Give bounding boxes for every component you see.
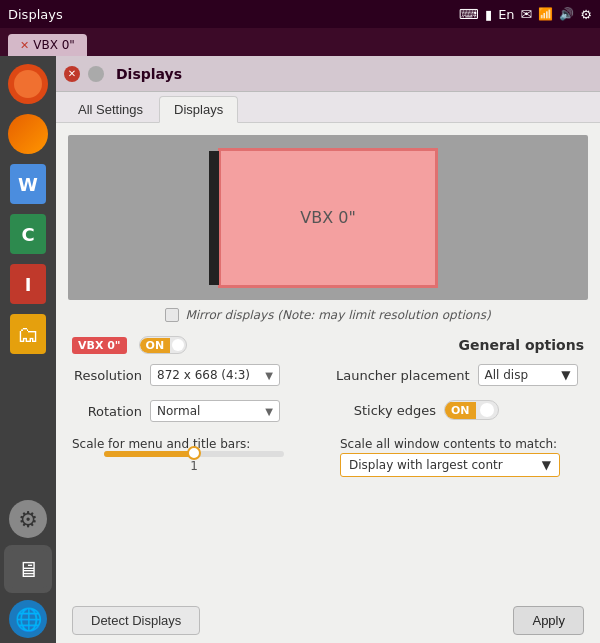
keyboard-icon[interactable]: ⌨: [459, 6, 479, 22]
slider-fill: [104, 451, 194, 457]
sidebar-item-globe[interactable]: 🌐: [4, 595, 52, 643]
launcher-group: Launcher placement All disp ▼: [336, 364, 584, 392]
slider-track[interactable]: [104, 451, 284, 457]
monitor-icon: 🖥: [9, 550, 47, 588]
controls-row-1: Resolution 872 x 668 (4:3) ▼ Launcher pl…: [72, 364, 584, 392]
controls-row-2: Rotation Normal ▼ Sticky edges ON: [72, 400, 584, 428]
battery-icon: ▮: [485, 7, 492, 22]
scale-menu-group: Scale for menu and title bars: 1: [72, 436, 316, 473]
impress-icon: I: [10, 264, 46, 304]
resolution-select[interactable]: 872 x 668 (4:3) ▼: [150, 364, 280, 386]
sidebar-item-impress[interactable]: I: [4, 260, 52, 308]
scale-window-group: Scale all window contents to match: Disp…: [340, 436, 584, 477]
resolution-group: Resolution 872 x 668 (4:3) ▼: [72, 364, 320, 392]
taskbar: Displays ⌨ ▮ En ✉ 📶 🔊 ⚙: [0, 0, 600, 28]
monitor-label: VBX 0": [300, 208, 356, 227]
power-icon[interactable]: ⚙: [580, 7, 592, 22]
window-tab[interactable]: ✕ VBX 0": [8, 34, 87, 56]
display-badge: VBX 0": [72, 337, 127, 354]
scale-window-arrow-icon: ▼: [542, 458, 551, 472]
rotation-row: Rotation Normal ▼: [72, 400, 320, 422]
resolution-row: Resolution 872 x 668 (4:3) ▼: [72, 364, 320, 386]
titlebar: ✕ Displays: [56, 56, 600, 92]
general-options-title: General options: [458, 337, 584, 353]
rotation-group: Rotation Normal ▼: [72, 400, 320, 428]
sidebar-item-files[interactable]: 🗂: [4, 310, 52, 358]
sidebar-item-firefox[interactable]: [4, 110, 52, 158]
display-preview-area: VBX 0": [68, 135, 588, 300]
settings-icon: ⚙: [9, 500, 47, 538]
window-tab-label: VBX 0": [33, 38, 75, 52]
titlebar-title: Displays: [116, 66, 182, 82]
taskbar-left: Displays: [8, 7, 63, 22]
launcher-row: Launcher placement All disp ▼: [336, 364, 584, 386]
ubuntu-icon: [8, 64, 48, 104]
window-minimize-button[interactable]: [88, 66, 104, 82]
firefox-icon: [8, 114, 48, 154]
slider-value: 1: [190, 459, 198, 473]
tab-close-icon[interactable]: ✕: [20, 39, 29, 52]
settings-tabs: All Settings Displays: [56, 92, 600, 123]
detect-displays-button[interactable]: Detect Displays: [72, 606, 200, 635]
launcher-arrow-icon: ▼: [561, 368, 570, 382]
writer-icon: W: [10, 164, 46, 204]
slider-container: 1: [72, 451, 316, 473]
sidebar-item-monitor[interactable]: 🖥: [4, 545, 52, 593]
tab-displays[interactable]: Displays: [159, 96, 238, 123]
main-window: W C I 🗂 ⚙ 🖥 🌐 ✕ Displays All Setti: [0, 56, 600, 643]
launcher-label: Launcher placement: [336, 368, 470, 383]
sidebar-item-writer[interactable]: W: [4, 160, 52, 208]
resolution-label: Resolution: [72, 368, 142, 383]
launcher-select[interactable]: All disp ▼: [478, 364, 578, 386]
mail-icon[interactable]: ✉: [521, 6, 533, 22]
mirror-checkbox[interactable]: [165, 308, 179, 322]
sidebar-item-calc[interactable]: C: [4, 210, 52, 258]
apply-button[interactable]: Apply: [513, 606, 584, 635]
mirror-row: Mirror displays (Note: may limit resolut…: [56, 308, 600, 322]
volume-icon[interactable]: 🔊: [559, 7, 574, 21]
sticky-edges-group: Sticky edges ON: [336, 400, 584, 426]
controls-row-3: Scale for menu and title bars: 1 Scale a…: [72, 436, 584, 477]
rotation-select[interactable]: Normal ▼: [150, 400, 280, 422]
tab-all-settings[interactable]: All Settings: [64, 96, 157, 122]
taskbar-right: ⌨ ▮ En ✉ 📶 🔊 ⚙: [459, 6, 592, 22]
display-toggle[interactable]: ON: [139, 336, 188, 354]
globe-icon: 🌐: [9, 600, 47, 638]
launcher-value: All disp: [485, 368, 529, 382]
scale-window-value: Display with largest contr: [349, 458, 503, 472]
taskbar-title: Displays: [8, 7, 63, 22]
calc-icon: C: [10, 214, 46, 254]
bottom-bar: Detect Displays Apply: [56, 596, 600, 643]
window-close-button[interactable]: ✕: [64, 66, 80, 82]
monitor-preview[interactable]: VBX 0": [218, 148, 438, 288]
content-area: ✕ Displays All Settings Displays VBX 0" …: [56, 56, 600, 643]
files-icon: 🗂: [10, 314, 46, 354]
sidebar: W C I 🗂 ⚙ 🖥 🌐: [0, 56, 56, 643]
sticky-edges-toggle[interactable]: ON: [444, 400, 499, 420]
slider-thumb[interactable]: [187, 446, 201, 460]
sidebar-item-settings[interactable]: ⚙: [4, 495, 52, 543]
controls: VBX 0" ON General options Resolution 872…: [56, 330, 600, 483]
sticky-toggle-knob: [480, 403, 494, 417]
sticky-edges-label: Sticky edges: [336, 403, 436, 418]
resolution-value: 872 x 668 (4:3): [157, 368, 250, 382]
sticky-edges-row: Sticky edges ON: [336, 400, 584, 420]
scale-window-select[interactable]: Display with largest contr ▼: [340, 453, 560, 477]
resolution-arrow-icon: ▼: [265, 370, 273, 381]
toggle-knob: [172, 339, 184, 351]
rotation-arrow-icon: ▼: [265, 406, 273, 417]
rotation-label: Rotation: [72, 404, 142, 419]
scale-menu-label: Scale for menu and title bars:: [72, 437, 250, 451]
rotation-value: Normal: [157, 404, 200, 418]
scale-window-label: Scale all window contents to match:: [340, 437, 557, 451]
lang-icon[interactable]: En: [498, 7, 514, 22]
sidebar-item-ubuntu[interactable]: [4, 60, 52, 108]
mirror-label: Mirror displays (Note: may limit resolut…: [185, 308, 490, 322]
window-tabbar: ✕ VBX 0": [0, 28, 600, 56]
network-icon[interactable]: 📶: [538, 7, 553, 21]
